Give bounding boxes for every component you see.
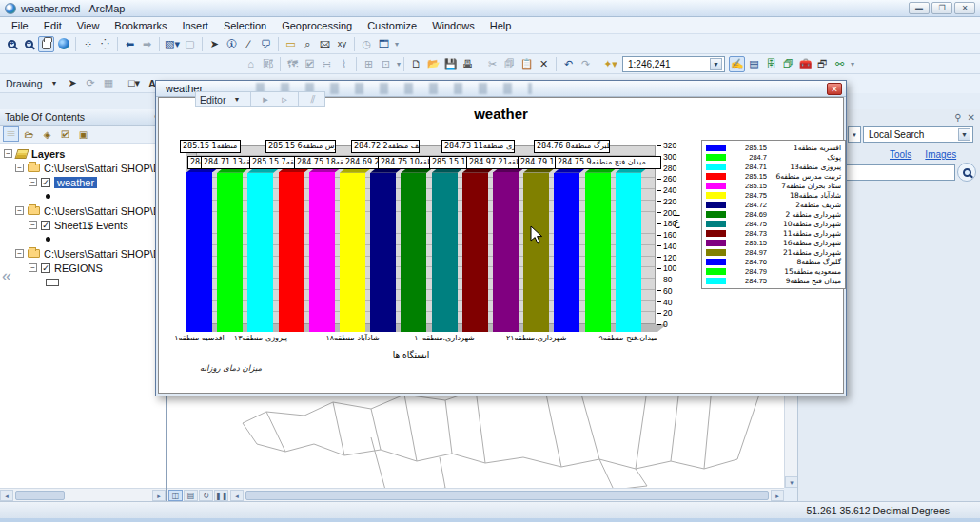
layer-checkbox[interactable]: ✓ <box>41 178 50 187</box>
edit-annotation-icon[interactable]: ▹ <box>276 91 292 107</box>
toc-scroll-thumb[interactable] <box>15 491 65 500</box>
catalog-window-icon[interactable]: 🗄 <box>763 56 779 72</box>
python-window-icon[interactable]: 🗗 <box>814 56 831 72</box>
zoom-in-icon[interactable]: + <box>4 36 20 52</box>
scroll-down-icon[interactable]: ▾ <box>785 476 798 488</box>
expander-icon[interactable]: − <box>15 206 24 215</box>
viewer-window-icon[interactable]: 🗔 <box>376 36 392 52</box>
pin-icon[interactable]: ⚲ <box>954 112 961 123</box>
scroll-right-icon[interactable]: ▸ <box>152 490 166 501</box>
html-popup-icon[interactable]: 🗩 <box>258 36 274 52</box>
toc-options-icon[interactable]: ▣ <box>75 126 91 142</box>
delete-icon[interactable]: ✕ <box>536 56 552 72</box>
generalize-icon[interactable]: ⌇ <box>336 56 352 72</box>
add-data-icon[interactable]: ✦▾ <box>602 56 618 72</box>
editor-dropdown-icon[interactable]: ▼ <box>228 91 245 107</box>
restore-button[interactable]: ❐ <box>931 2 952 14</box>
search-window-icon[interactable]: 🗇 <box>780 56 796 72</box>
clear-selection-icon[interactable]: ▢ <box>182 36 198 52</box>
menu-windows[interactable]: Windows <box>424 18 482 33</box>
data-view-icon[interactable]: ◫ <box>168 490 183 501</box>
search-scope-combo-stub[interactable] <box>848 126 861 143</box>
layer-checkbox[interactable]: ✓ <box>41 263 50 273</box>
chart-window[interactable]: weather ✕ weather 0204060801001201401601… <box>155 80 847 396</box>
editor-toolbar-toggle-icon[interactable]: ✍ <box>729 56 745 72</box>
arctoolbox-icon[interactable]: 🧰 <box>797 56 813 72</box>
close-panel-icon[interactable]: ✕ <box>968 112 975 123</box>
toc-layer-sheet1-events[interactable]: −✓Sheet1$ Events <box>0 218 166 232</box>
expander-icon[interactable]: − <box>15 164 24 172</box>
toc-root-layers[interactable]: −Layers <box>0 146 166 161</box>
open-icon[interactable]: 📂 <box>425 56 441 72</box>
drawing-dropdown-icon[interactable]: ▼ <box>47 75 63 91</box>
standard-overflow-grip[interactable]: ▾ <box>851 60 853 68</box>
menu-selection[interactable]: Selection <box>216 18 274 33</box>
topology-edit-icon[interactable]: 郾 <box>260 56 276 72</box>
edit-tool-icon[interactable]: ▸ <box>257 91 273 107</box>
scale-combo-arrow-icon[interactable]: ▼ <box>710 58 722 70</box>
find-route-icon[interactable]: 🖂 <box>317 36 333 52</box>
menu-geoprocessing[interactable]: Geoprocessing <box>274 18 360 33</box>
layout-view-icon[interactable]: ▤ <box>184 490 198 501</box>
snap-grid-icon[interactable]: ▦ <box>101 75 117 91</box>
fixed-zoom-in-icon[interactable]: ⁘ <box>80 36 96 52</box>
list-by-drawing-order-icon[interactable]: 𝄘 <box>3 126 19 142</box>
toc-layer-regions[interactable]: −✓REGIONS <box>0 261 166 275</box>
menu-bookmarks[interactable]: Bookmarks <box>107 18 174 33</box>
close-button[interactable]: ✕ <box>954 2 975 14</box>
find-icon[interactable]: ⌕ <box>300 36 316 52</box>
menu-insert[interactable]: Insert <box>174 18 216 33</box>
paste-icon[interactable]: 📋 <box>519 56 535 72</box>
back-extent-icon[interactable]: ⬅ <box>122 36 138 52</box>
map-scale-combo[interactable]: 1:246,241 ▼ <box>622 56 725 72</box>
ruler-icon[interactable]: ▭ <box>283 36 299 52</box>
measure-icon[interactable]: ∕ <box>241 36 257 52</box>
toc-horizontal-scrollbar[interactable]: ◂ ▸ <box>0 488 166 501</box>
split-icon[interactable]: ∺ <box>319 56 335 72</box>
toc-group-1[interactable]: −C:\Users\Sattari SHOP\Deskt <box>0 203 166 218</box>
menu-file[interactable]: File <box>4 18 36 33</box>
menu-view[interactable]: View <box>69 18 108 33</box>
validate-topology-icon[interactable]: ⊡ <box>378 56 394 72</box>
pause-drawing-icon[interactable]: ❚❚ <box>214 490 228 501</box>
redo-icon[interactable]: ↷ <box>578 56 594 72</box>
cut-icon[interactable]: ✂ <box>484 56 500 72</box>
map-horizontal-scrollbar[interactable]: ◫ ▤ ↻ ❚❚ ◂ ▸ <box>167 488 784 501</box>
time-slider-icon[interactable]: ◷ <box>359 36 375 52</box>
search-link-tools[interactable]: Tools <box>890 149 911 160</box>
collapse-panel-icon[interactable]: « <box>2 266 11 286</box>
map-hscroll-thumb[interactable] <box>245 491 769 500</box>
undo-icon[interactable]: ↶ <box>560 56 577 72</box>
print-icon[interactable]: 🖶 <box>460 56 476 72</box>
minimize-button[interactable]: ▬ <box>909 2 930 14</box>
chart-close-button[interactable]: ✕ <box>827 83 842 95</box>
straight-segment-icon[interactable]: ⫽ <box>304 91 321 107</box>
expander-icon[interactable]: − <box>15 249 24 258</box>
layer-name[interactable]: Sheet1$ Events <box>54 220 128 231</box>
toc-group-2[interactable]: −C:\Users\Sattari SHOP\Deskt <box>0 246 166 261</box>
forward-extent-icon[interactable]: ➡ <box>139 36 155 52</box>
go-to-xy-icon[interactable]: xy <box>334 36 350 52</box>
new-map-icon[interactable]: 🗋 <box>408 56 424 72</box>
rotate-icon[interactable]: ⟳ <box>83 75 99 91</box>
rectangle-tool-icon[interactable]: □▾ <box>127 75 143 91</box>
reshape-edge-icon[interactable]: 🗹 <box>302 56 318 72</box>
topology-overflow-grip[interactable]: ▾ <box>397 60 400 68</box>
pan-icon[interactable] <box>38 36 54 52</box>
menu-help[interactable]: Help <box>482 18 519 33</box>
scroll-right-icon[interactable]: ▸ <box>771 490 784 501</box>
list-by-selection-icon[interactable]: 🗹 <box>57 126 73 142</box>
search-go-button[interactable] <box>957 163 976 182</box>
select-features-icon[interactable]: ▧▾ <box>164 36 181 52</box>
fixed-zoom-out-icon[interactable]: ⁛ <box>97 36 113 52</box>
select-elements-icon[interactable]: ➤ <box>206 36 223 52</box>
search-mode-arrow-icon[interactable]: ▼ <box>958 128 970 141</box>
layer-name[interactable]: REGIONS <box>54 262 103 274</box>
layer-name[interactable]: weather <box>54 177 97 188</box>
editor-menu[interactable]: Editor <box>200 94 225 106</box>
zoom-out-icon[interactable]: − <box>21 36 37 52</box>
modify-edge-icon[interactable]: 🗺 <box>284 56 301 72</box>
drawing-select-icon[interactable]: ➤ <box>65 75 81 91</box>
full-extent-globe-icon[interactable] <box>55 36 71 52</box>
error-inspector-icon[interactable]: ⊞ <box>361 56 377 72</box>
